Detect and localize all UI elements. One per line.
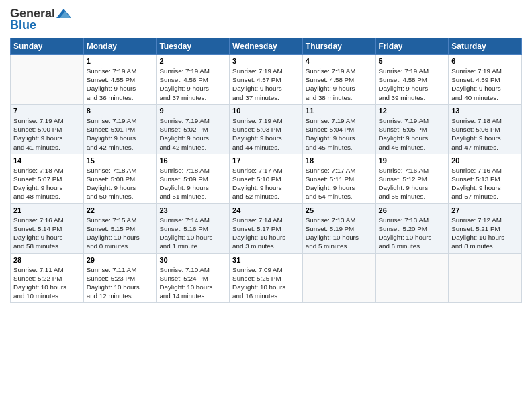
day-info: Sunrise: 7:19 AM Sunset: 4:56 PM Dayligh… <box>159 66 226 102</box>
day-number: 14 <box>13 156 81 165</box>
day-info: Sunrise: 7:13 AM Sunset: 5:19 PM Dayligh… <box>306 216 373 251</box>
header: General Blue <box>10 7 522 32</box>
day-number: 30 <box>159 256 226 264</box>
day-number: 9 <box>159 107 226 115</box>
day-number: 3 <box>232 57 300 65</box>
day-number: 8 <box>87 107 154 115</box>
calendar-cell <box>375 253 449 303</box>
day-number: 2 <box>159 57 226 65</box>
day-number: 24 <box>232 206 300 214</box>
day-info: Sunrise: 7:19 AM Sunset: 4:59 PM Dayligh… <box>451 66 519 102</box>
day-number: 20 <box>451 156 519 165</box>
day-number: 23 <box>159 206 226 214</box>
day-number: 10 <box>232 107 300 115</box>
weekday-header-thursday: Thursday <box>302 38 375 55</box>
calendar-cell: 21Sunrise: 7:16 AM Sunset: 5:14 PM Dayli… <box>11 203 84 253</box>
calendar-cell: 25Sunrise: 7:13 AM Sunset: 5:19 PM Dayli… <box>302 203 375 253</box>
weekday-header-wednesday: Wednesday <box>230 38 303 55</box>
calendar-cell: 18Sunrise: 7:17 AM Sunset: 5:11 PM Dayli… <box>302 154 375 203</box>
day-info: Sunrise: 7:16 AM Sunset: 5:13 PM Dayligh… <box>451 166 519 201</box>
calendar-cell: 24Sunrise: 7:14 AM Sunset: 5:17 PM Dayli… <box>230 203 303 253</box>
calendar-cell: 23Sunrise: 7:14 AM Sunset: 5:16 PM Dayli… <box>157 203 230 253</box>
calendar-cell: 7Sunrise: 7:19 AM Sunset: 5:00 PM Daylig… <box>11 104 84 154</box>
day-info: Sunrise: 7:18 AM Sunset: 5:06 PM Dayligh… <box>451 116 519 152</box>
weekday-header-friday: Friday <box>375 38 449 55</box>
calendar-week-row: 21Sunrise: 7:16 AM Sunset: 5:14 PM Dayli… <box>11 203 522 253</box>
weekday-header-monday: Monday <box>83 38 157 55</box>
calendar-cell: 4Sunrise: 7:19 AM Sunset: 4:58 PM Daylig… <box>302 55 375 105</box>
day-number: 25 <box>306 206 373 214</box>
calendar-cell: 22Sunrise: 7:15 AM Sunset: 5:15 PM Dayli… <box>83 203 157 253</box>
calendar-cell: 6Sunrise: 7:19 AM Sunset: 4:59 PM Daylig… <box>449 55 522 105</box>
day-number: 16 <box>159 156 226 165</box>
calendar-cell: 19Sunrise: 7:16 AM Sunset: 5:12 PM Dayli… <box>375 154 449 203</box>
day-number: 15 <box>87 156 154 165</box>
day-number: 18 <box>306 156 373 165</box>
calendar-cell: 28Sunrise: 7:11 AM Sunset: 5:22 PM Dayli… <box>11 253 84 303</box>
day-info: Sunrise: 7:19 AM Sunset: 5:02 PM Dayligh… <box>159 116 226 152</box>
day-info: Sunrise: 7:19 AM Sunset: 4:55 PM Dayligh… <box>87 66 154 102</box>
calendar-cell: 2Sunrise: 7:19 AM Sunset: 4:56 PM Daylig… <box>157 55 230 105</box>
day-info: Sunrise: 7:14 AM Sunset: 5:17 PM Dayligh… <box>232 216 300 251</box>
day-info: Sunrise: 7:18 AM Sunset: 5:07 PM Dayligh… <box>13 166 81 201</box>
calendar-cell: 16Sunrise: 7:18 AM Sunset: 5:09 PM Dayli… <box>157 154 230 203</box>
day-info: Sunrise: 7:12 AM Sunset: 5:21 PM Dayligh… <box>451 216 519 251</box>
day-info: Sunrise: 7:15 AM Sunset: 5:15 PM Dayligh… <box>87 216 154 251</box>
weekday-header-sunday: Sunday <box>11 38 84 55</box>
calendar-table: SundayMondayTuesdayWednesdayThursdayFrid… <box>10 38 522 303</box>
calendar-week-row: 28Sunrise: 7:11 AM Sunset: 5:22 PM Dayli… <box>11 253 522 303</box>
day-info: Sunrise: 7:18 AM Sunset: 5:08 PM Dayligh… <box>87 166 154 201</box>
day-info: Sunrise: 7:19 AM Sunset: 4:58 PM Dayligh… <box>306 66 373 102</box>
day-number: 7 <box>13 107 81 115</box>
logo-icon <box>56 9 71 19</box>
day-info: Sunrise: 7:19 AM Sunset: 5:00 PM Dayligh… <box>13 116 81 152</box>
day-info: Sunrise: 7:10 AM Sunset: 5:24 PM Dayligh… <box>159 265 226 301</box>
day-info: Sunrise: 7:19 AM Sunset: 5:04 PM Dayligh… <box>306 116 373 152</box>
day-info: Sunrise: 7:19 AM Sunset: 5:03 PM Dayligh… <box>232 116 300 152</box>
day-info: Sunrise: 7:16 AM Sunset: 5:14 PM Dayligh… <box>13 216 81 251</box>
weekday-header-saturday: Saturday <box>449 38 522 55</box>
calendar-cell <box>449 253 522 303</box>
calendar-cell: 30Sunrise: 7:10 AM Sunset: 5:24 PM Dayli… <box>157 253 230 303</box>
day-info: Sunrise: 7:17 AM Sunset: 5:10 PM Dayligh… <box>232 166 300 201</box>
calendar-cell: 11Sunrise: 7:19 AM Sunset: 5:04 PM Dayli… <box>302 104 375 154</box>
day-number: 12 <box>379 107 446 115</box>
day-info: Sunrise: 7:19 AM Sunset: 5:01 PM Dayligh… <box>87 116 154 152</box>
day-number: 11 <box>306 107 373 115</box>
day-number: 31 <box>232 256 300 264</box>
day-info: Sunrise: 7:19 AM Sunset: 4:57 PM Dayligh… <box>232 66 300 102</box>
day-number: 1 <box>87 57 154 65</box>
calendar-cell: 5Sunrise: 7:19 AM Sunset: 4:58 PM Daylig… <box>375 55 449 105</box>
day-number: 22 <box>87 206 154 214</box>
calendar-cell: 10Sunrise: 7:19 AM Sunset: 5:03 PM Dayli… <box>230 104 303 154</box>
day-number: 28 <box>13 256 81 264</box>
main-container: General Blue SundayMondayTuesdayWednesda… <box>0 0 532 306</box>
day-info: Sunrise: 7:17 AM Sunset: 5:11 PM Dayligh… <box>306 166 373 201</box>
day-info: Sunrise: 7:19 AM Sunset: 5:05 PM Dayligh… <box>379 116 446 152</box>
calendar-cell: 12Sunrise: 7:19 AM Sunset: 5:05 PM Dayli… <box>375 104 449 154</box>
day-number: 5 <box>379 57 446 65</box>
day-info: Sunrise: 7:14 AM Sunset: 5:16 PM Dayligh… <box>159 216 226 251</box>
calendar-cell: 14Sunrise: 7:18 AM Sunset: 5:07 PM Dayli… <box>11 154 84 203</box>
day-number: 19 <box>379 156 446 165</box>
calendar-cell: 26Sunrise: 7:13 AM Sunset: 5:20 PM Dayli… <box>375 203 449 253</box>
calendar-header-row: SundayMondayTuesdayWednesdayThursdayFrid… <box>11 38 522 55</box>
day-number: 4 <box>306 57 373 65</box>
calendar-week-row: 14Sunrise: 7:18 AM Sunset: 5:07 PM Dayli… <box>11 154 522 203</box>
calendar-cell: 29Sunrise: 7:11 AM Sunset: 5:23 PM Dayli… <box>83 253 157 303</box>
day-number: 17 <box>232 156 300 165</box>
calendar-cell <box>302 253 375 303</box>
day-info: Sunrise: 7:18 AM Sunset: 5:09 PM Dayligh… <box>159 166 226 201</box>
day-number: 6 <box>451 57 519 65</box>
calendar-week-row: 7Sunrise: 7:19 AM Sunset: 5:00 PM Daylig… <box>11 104 522 154</box>
day-number: 29 <box>87 256 154 264</box>
day-info: Sunrise: 7:13 AM Sunset: 5:20 PM Dayligh… <box>379 216 446 251</box>
calendar-week-row: 1Sunrise: 7:19 AM Sunset: 4:55 PM Daylig… <box>11 55 522 105</box>
calendar-cell: 3Sunrise: 7:19 AM Sunset: 4:57 PM Daylig… <box>230 55 303 105</box>
calendar-cell: 27Sunrise: 7:12 AM Sunset: 5:21 PM Dayli… <box>449 203 522 253</box>
logo: General Blue <box>10 7 73 32</box>
day-number: 26 <box>379 206 446 214</box>
day-info: Sunrise: 7:11 AM Sunset: 5:23 PM Dayligh… <box>87 265 154 301</box>
day-number: 13 <box>451 107 519 115</box>
day-number: 27 <box>451 206 519 214</box>
